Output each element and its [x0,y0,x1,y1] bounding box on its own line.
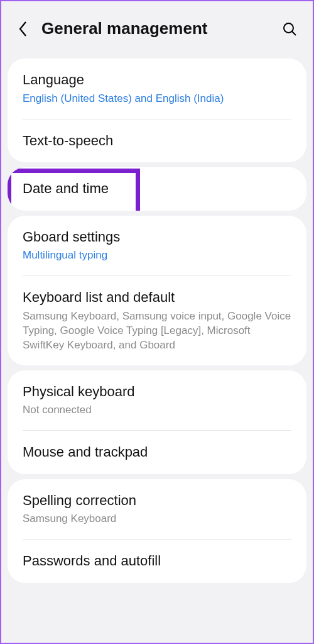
row-keyboard-list[interactable]: Keyboard list and default Samsung Keyboa… [8,276,306,365]
settings-card: Physical keyboard Not connected Mouse an… [8,370,306,474]
row-title: Spelling correction [23,492,291,510]
svg-point-0 [284,23,293,33]
settings-card: Date and time [8,167,306,211]
row-passwords-autofill[interactable]: Passwords and autofill [8,540,306,583]
row-gboard-settings[interactable]: Gboard settings Multilingual typing [8,216,306,276]
back-icon[interactable] [16,22,30,36]
row-subtitle: Samsung Keyboard [23,512,291,526]
row-subtitle: Multilingual typing [23,248,291,263]
row-language[interactable]: Language English (United States) and Eng… [8,58,306,119]
svg-line-1 [292,31,296,35]
row-title: Keyboard list and default [23,289,291,307]
row-subtitle: Samsung Keyboard, Samsung voice input, G… [23,309,291,353]
row-subtitle: Not connected [23,403,291,418]
page-title: General management [41,19,281,38]
row-title: Passwords and autofill [23,552,291,570]
row-physical-keyboard[interactable]: Physical keyboard Not connected [8,370,306,431]
search-icon[interactable] [281,21,298,37]
settings-card: Gboard settings Multilingual typing Keyb… [8,216,306,365]
row-date-and-time[interactable]: Date and time [8,167,306,211]
settings-card: Language English (United States) and Eng… [8,58,306,162]
row-title: Text-to-speech [23,132,291,150]
header: General management [1,1,313,53]
row-title: Mouse and trackpad [23,443,291,462]
row-title: Physical keyboard [23,383,291,401]
row-spelling-correction[interactable]: Spelling correction Samsung Keyboard [8,479,306,540]
row-subtitle: English (United States) and English (Ind… [23,92,291,106]
row-title: Language [23,71,291,89]
row-title: Gboard settings [23,228,291,247]
row-text-to-speech[interactable]: Text-to-speech [8,119,306,163]
row-mouse-trackpad[interactable]: Mouse and trackpad [8,431,306,474]
row-title: Date and time [23,180,291,198]
settings-card: Spelling correction Samsung Keyboard Pas… [8,479,306,583]
